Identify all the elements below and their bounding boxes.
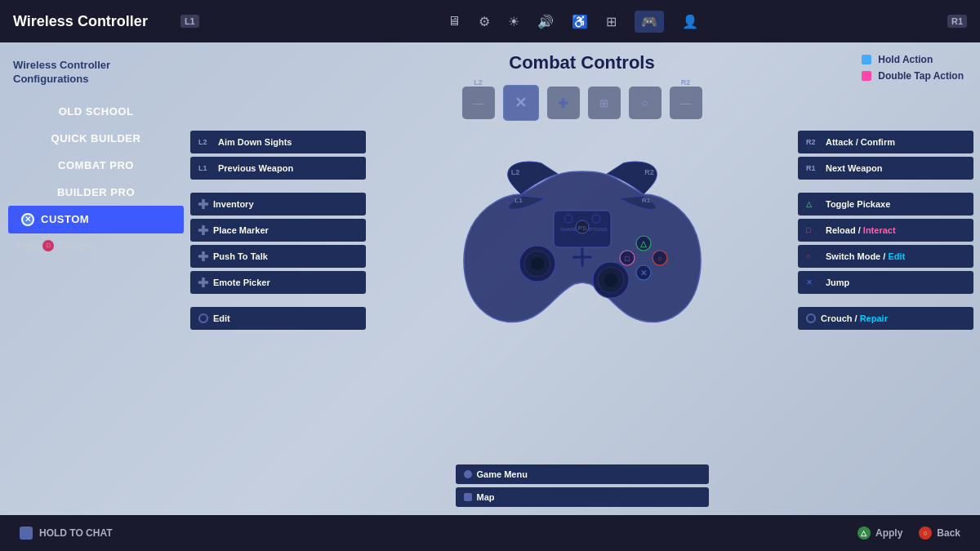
svg-text:△: △ bbox=[639, 239, 648, 248]
mapping-attack-confirm[interactable]: R2 Attack / Confirm bbox=[798, 131, 973, 153]
bottom-right: △ Apply ○ Back bbox=[858, 527, 960, 540]
dpad-down-icon bbox=[198, 278, 208, 287]
badge-circle: ○ bbox=[806, 252, 821, 260]
tab-dpad-icon bbox=[559, 98, 568, 108]
sidebar-item-builder-pro[interactable]: BUILDER PRO bbox=[8, 179, 184, 206]
svg-text:L2: L2 bbox=[510, 168, 519, 176]
mapping-reload-interact[interactable]: □ Reload / Interact bbox=[798, 219, 973, 242]
brightness-icon[interactable]: ☀ bbox=[508, 14, 519, 29]
svg-point-17 bbox=[592, 215, 600, 223]
bottom-left: HOLD TO CHAT bbox=[20, 527, 113, 540]
right-mappings: R2 Attack / Confirm R1 Next Weapon △ Tog… bbox=[798, 131, 973, 330]
label-emote-picker: Emote Picker bbox=[213, 278, 270, 287]
sidebar-item-custom[interactable]: ✕ CUSTOM bbox=[8, 206, 184, 233]
reset-bar: Press □ To Reset bbox=[8, 233, 184, 258]
badge-square: □ bbox=[806, 226, 821, 234]
label-toggle-pickaxe: Toggle Pickaxe bbox=[826, 199, 890, 209]
tab-r2[interactable]: R2 — bbox=[670, 87, 702, 119]
right-stick-icon bbox=[806, 313, 816, 323]
mapping-place-marker[interactable]: Place Marker bbox=[190, 219, 366, 242]
mapping-edit[interactable]: Edit bbox=[190, 307, 366, 330]
tab-grid[interactable]: ⊞ bbox=[588, 87, 621, 119]
dpad-right-icon bbox=[198, 251, 208, 261]
nav-badge-r1[interactable]: R1 bbox=[947, 15, 967, 28]
label-place-marker: Place Marker bbox=[213, 225, 269, 235]
label-jump: Jump bbox=[826, 278, 849, 287]
accessibility-icon[interactable]: ♿ bbox=[572, 14, 588, 29]
chat-icon bbox=[20, 527, 33, 540]
map-icon bbox=[464, 493, 472, 501]
controller-display: △ □ ○ ✕ SHARE OPTIONS bbox=[452, 129, 713, 333]
mapping-crouch-repair[interactable]: Crouch / Repair bbox=[798, 307, 973, 330]
dpad-left-icon bbox=[198, 225, 208, 235]
tab-cross-icon: ✕ bbox=[514, 94, 527, 112]
apply-action[interactable]: △ Apply bbox=[858, 527, 902, 540]
label-aim-down-sights: Aim Down Sights bbox=[218, 137, 292, 147]
cross-badge-icon: ✕ bbox=[21, 213, 34, 226]
mapping-game-menu[interactable]: Game Menu bbox=[456, 464, 709, 484]
dpad-up-icon bbox=[198, 199, 208, 209]
page-title: Combat Controls bbox=[509, 52, 654, 73]
bottom-center-mappings: Game Menu Map bbox=[456, 464, 709, 507]
svg-text:○: ○ bbox=[657, 254, 662, 263]
mapping-emote-picker[interactable]: Emote Picker bbox=[190, 271, 366, 294]
nav-icons: 🖥 ⚙ ☀ 🔊 ♿ ⊞ 🎮 👤 bbox=[216, 11, 931, 33]
label-reload-interact: Reload / Interact bbox=[826, 225, 896, 235]
badge-triangle: △ bbox=[806, 200, 821, 208]
monitor-icon[interactable]: 🖥 bbox=[448, 14, 461, 29]
mapping-toggle-pickaxe[interactable]: △ Toggle Pickaxe bbox=[798, 193, 973, 216]
svg-text:✕: ✕ bbox=[640, 269, 647, 278]
legend-double-tap-action: Double Tap Action bbox=[862, 70, 964, 82]
controller-svg: △ □ ○ ✕ SHARE OPTIONS bbox=[452, 129, 713, 333]
mapping-jump[interactable]: ✕ Jump bbox=[798, 271, 973, 294]
label-game-menu: Game Menu bbox=[477, 469, 528, 479]
sidebar: Wireless ControllerConfigurations OLD SC… bbox=[0, 42, 184, 515]
nav-badge-l1[interactable]: L1 bbox=[180, 15, 199, 28]
spacer-4 bbox=[798, 297, 973, 304]
label-edit: Edit bbox=[213, 313, 230, 323]
sidebar-item-quick-builder[interactable]: QUICK BUILDER bbox=[8, 125, 184, 152]
mapping-aim-down-sights[interactable]: L2 Aim Down Sights bbox=[190, 131, 366, 153]
hold-to-chat-label: HOLD TO CHAT bbox=[39, 527, 113, 539]
mapping-inventory[interactable]: Inventory bbox=[190, 193, 366, 216]
label-previous-weapon: Previous Weapon bbox=[218, 163, 293, 173]
volume-icon[interactable]: 🔊 bbox=[537, 14, 554, 29]
tab-r2-icon: — bbox=[680, 97, 691, 109]
mapping-switch-mode-edit[interactable]: ○ Switch Mode / Edit bbox=[798, 245, 973, 268]
label-push-to-talk: Push To Talk bbox=[213, 251, 268, 261]
svg-text:□: □ bbox=[625, 255, 630, 263]
mapping-previous-weapon[interactable]: L1 Previous Weapon bbox=[190, 157, 366, 180]
mapping-push-to-talk[interactable]: Push To Talk bbox=[190, 245, 366, 268]
svg-text:L1: L1 bbox=[514, 197, 523, 204]
settings-icon[interactable]: ⚙ bbox=[479, 14, 490, 29]
reset-button-icon: □ bbox=[42, 240, 54, 251]
badge-cross: ✕ bbox=[806, 278, 821, 287]
tab-l2[interactable]: L2 — bbox=[462, 87, 495, 119]
mapping-map[interactable]: Map bbox=[456, 487, 709, 507]
tab-r2-label: R2 bbox=[681, 78, 691, 87]
repair-label: Repair bbox=[860, 313, 888, 323]
top-nav-bar: Wireless Controller L1 🖥 ⚙ ☀ 🔊 ♿ ⊞ 🎮 👤 R… bbox=[0, 0, 980, 42]
tab-dpad[interactable] bbox=[547, 87, 580, 119]
back-icon: ○ bbox=[919, 527, 932, 540]
badge-l2: L2 bbox=[198, 138, 213, 146]
sidebar-item-old-school[interactable]: OLD SCHOOL bbox=[8, 98, 184, 125]
sidebar-item-combat-pro[interactable]: COMBAT PRO bbox=[8, 152, 184, 179]
label-attack-confirm: Attack / Confirm bbox=[826, 137, 895, 147]
user-icon[interactable]: 👤 bbox=[682, 14, 698, 29]
left-stick-icon bbox=[198, 313, 208, 323]
controller-tabs[interactable]: L2 — ✕ ⊞ ○ R2 — bbox=[462, 85, 702, 121]
bottom-bar: HOLD TO CHAT △ Apply ○ Back bbox=[0, 515, 980, 551]
app-title: Wireless Controller bbox=[13, 13, 148, 30]
back-action[interactable]: ○ Back bbox=[919, 527, 960, 540]
tab-cross[interactable]: ✕ bbox=[503, 85, 539, 121]
svg-text:R1: R1 bbox=[641, 197, 650, 204]
spacer-3 bbox=[798, 183, 973, 189]
controller-icon[interactable]: 🎮 bbox=[635, 11, 664, 33]
apply-icon: △ bbox=[858, 527, 871, 540]
tab-l2-icon: — bbox=[473, 97, 483, 109]
mapping-next-weapon[interactable]: R1 Next Weapon bbox=[798, 157, 973, 180]
tab-circle[interactable]: ○ bbox=[629, 87, 662, 119]
network-icon[interactable]: ⊞ bbox=[606, 14, 617, 29]
page-title-container: Combat Controls bbox=[509, 52, 654, 82]
